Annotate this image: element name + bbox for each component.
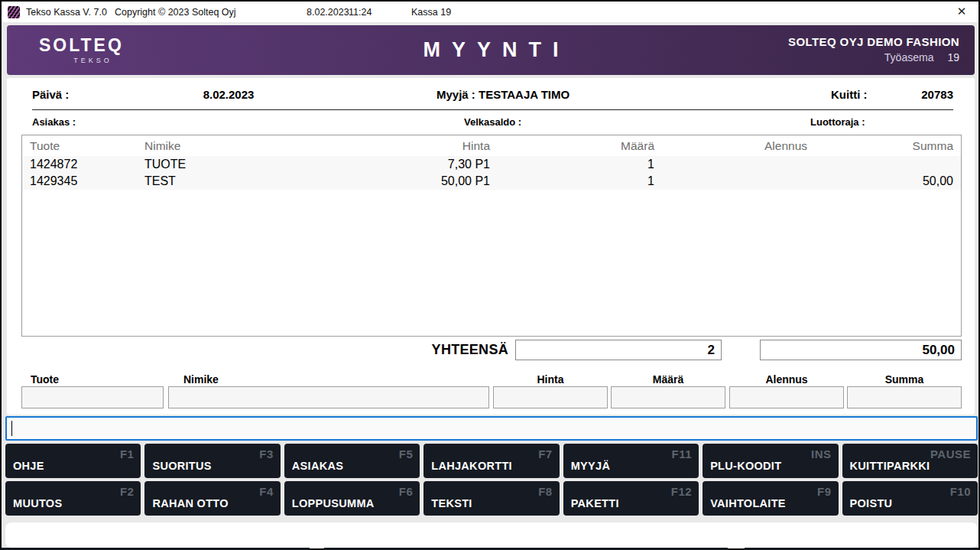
col-header-hinta: Hinta [359, 139, 490, 153]
cell-tuote: 1429345 [30, 174, 144, 188]
button-hotkey: F5 [399, 447, 414, 461]
button-label: PAKETTI [571, 497, 619, 509]
button-loppusumma[interactable]: LOPPUSUMMA F6 [284, 481, 420, 516]
cell-maara: 1 [490, 174, 654, 188]
register-number: Kassa 19 [411, 7, 451, 18]
command-input[interactable] [5, 416, 978, 441]
cell-hinta: 50,00 P1 [359, 174, 490, 188]
button-label: TEKSTI [431, 497, 472, 509]
button-poistu[interactable]: POISTU F10 [842, 481, 978, 516]
seller-label: Myyjä : [436, 88, 475, 101]
button-rahan-otto[interactable]: RAHAN OTTO F4 [144, 481, 280, 516]
col-header-nimike: Nimike [144, 139, 359, 153]
date-value: 8.02.2023 [160, 88, 297, 101]
button-hotkey: INS [811, 447, 832, 461]
button-label: ASIAKAS [292, 460, 343, 472]
total-amount: 50,00 [760, 340, 962, 360]
nimike-input[interactable] [168, 386, 489, 408]
button-plu-koodit[interactable]: PLU-KOODIT INS [703, 444, 838, 478]
button-hotkey: F3 [259, 447, 274, 461]
col-header-tuote: Tuote [30, 139, 144, 153]
button-paketti[interactable]: PAKETTI F12 [563, 481, 699, 516]
button-ohje[interactable]: OHJE F1 [5, 444, 141, 478]
table-row[interactable]: 1429345 TEST 50,00 P1 1 50,00 [22, 173, 961, 190]
button-lahjakortti[interactable]: LAHJAKORTTI F7 [423, 444, 559, 478]
cell-hinta: 7,30 P1 [359, 158, 490, 171]
button-hotkey: F11 [672, 447, 693, 461]
maara-input[interactable] [611, 386, 725, 408]
button-hotkey: F4 [259, 485, 274, 498]
date-label: Päivä : [32, 88, 69, 101]
copyright-text: Copyright © 2023 Solteq Oyj [115, 7, 236, 18]
receipt-label: Kuitti : [831, 88, 867, 101]
cell-nimike: TUOTE [144, 158, 359, 171]
customer-label: Asiakas : [32, 116, 76, 128]
close-icon[interactable]: ✕ [954, 4, 969, 19]
divider [32, 109, 953, 110]
table-row[interactable]: 1424872 TUOTE 7,30 P1 1 [22, 156, 961, 173]
app-title: Tekso Kassa V. 7.0 [26, 7, 107, 18]
receipt-number: 20783 [869, 88, 953, 101]
button-label: KUITTIPARKKI [850, 460, 930, 472]
col-header-alennus: Alennus [654, 139, 807, 153]
button-label: LOPPUSUMMA [292, 497, 375, 509]
titlebar: Tekso Kassa V. 7.0 Copyright © 2023 Solt… [2, 2, 978, 22]
button-suoritus[interactable]: SUORITUS F3 [144, 444, 280, 478]
button-label: SUORITUS [152, 460, 211, 472]
entry-label-alennus: Alennus [729, 373, 844, 386]
button-hotkey: F7 [538, 447, 553, 461]
workstation-number: 19 [947, 51, 959, 63]
button-hotkey: F12 [671, 485, 692, 498]
button-hotkey: F9 [817, 485, 832, 498]
button-kuittiparkki[interactable]: KUITTIPARKKI PAUSE [842, 444, 978, 478]
workstation-label: Työasema [884, 51, 934, 63]
sale-panel: Päivä : 8.02.2023 Myyjä : TESTAAJA TIMO … [7, 78, 975, 415]
button-hotkey: F8 [538, 485, 553, 498]
hinta-input[interactable] [493, 386, 608, 408]
button-label: MUUTOS [13, 497, 62, 509]
titlebar-time: 11:24 [349, 7, 372, 18]
button-asiakas[interactable]: ASIAKAS F5 [284, 444, 420, 478]
seller-value: TESTAAJA TIMO [479, 88, 570, 101]
receipt-info-row: Päivä : 8.02.2023 Myyjä : TESTAAJA TIMO … [7, 88, 975, 103]
credit-limit-label: Luottoraja : [810, 116, 865, 128]
button-hotkey: F10 [950, 485, 971, 498]
titlebar-date: 8.02.2023 [307, 7, 349, 18]
tuote-input[interactable] [21, 386, 164, 408]
alennus-input[interactable] [729, 386, 844, 408]
workstation-row: Työasema19 [788, 51, 959, 63]
button-label: RAHAN OTTO [152, 497, 228, 509]
button-hotkey: F1 [120, 447, 135, 461]
cell-tuote: 1424872 [30, 158, 144, 171]
button-label: PLU-KOODIT [710, 460, 781, 472]
button-myyja[interactable]: MYYJÄ F11 [563, 444, 699, 478]
cell-maara: 1 [490, 158, 654, 171]
summa-input[interactable] [847, 386, 962, 408]
total-quantity: 2 [515, 340, 722, 360]
sale-lines-table[interactable]: Tuote Nimike Hinta Määrä Alennus Summa 1… [21, 135, 962, 337]
button-hotkey: PAUSE [930, 447, 971, 461]
button-vaihtolaite[interactable]: VAIHTOLAITE F9 [703, 481, 838, 516]
header-banner: SOLTEQ TEKSO MYYNTI SOLTEQ OYJ DEMO FASH… [7, 25, 975, 75]
button-label: MYYJÄ [571, 460, 610, 472]
app-icon [8, 6, 20, 18]
message-strip [5, 522, 978, 548]
entry-label-maara: Määrä [611, 373, 725, 386]
button-muutos[interactable]: MUUTOS F2 [5, 481, 141, 516]
store-info: SOLTEQ OYJ DEMO FASHION Työasema19 [788, 35, 959, 63]
entry-label-hinta: Hinta [493, 373, 608, 386]
text-caret [11, 421, 12, 436]
cell-nimike: TEST [144, 174, 359, 188]
button-teksti[interactable]: TEKSTI F8 [423, 481, 559, 516]
seller-group: Myyjä : TESTAAJA TIMO [436, 88, 570, 101]
col-header-maara: Määrä [490, 139, 654, 153]
table-header: Tuote Nimike Hinta Määrä Alennus Summa [22, 135, 961, 156]
balance-label: Velkasaldo : [464, 116, 521, 128]
entry-label-nimike: Nimike [183, 373, 219, 386]
col-header-summa: Summa [807, 139, 953, 153]
total-label: YHTEENSÄ [366, 342, 508, 358]
pos-window: Tekso Kassa V. 7.0 Copyright © 2023 Solt… [0, 0, 980, 550]
button-label: OHJE [13, 460, 44, 472]
button-hotkey: F6 [399, 485, 414, 498]
button-label: POISTU [850, 497, 893, 509]
